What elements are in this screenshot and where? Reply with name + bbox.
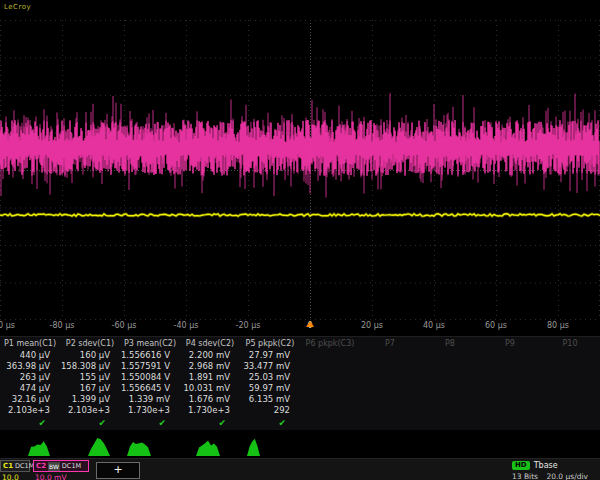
bottom-bar: C1 DC1M 10.0 mV C2 BW DC1M 10.0 mV + HD …	[0, 458, 600, 480]
time-axis-label: -80 µs	[50, 321, 75, 330]
meas-status-p4: ✔	[180, 416, 240, 430]
meas-value-r2-p5: 33.477 mV	[240, 361, 300, 372]
histicon-p1[interactable]	[28, 441, 50, 456]
channel-c1-descriptor[interactable]: C1 DC1M 10.0 mV	[0, 460, 30, 480]
timebase-scale: 20.0 µs/div	[546, 472, 588, 480]
meas-value-r4-p10	[540, 383, 600, 394]
meas-value-r1-p7	[360, 350, 420, 361]
meas-value-r4-p7	[360, 383, 420, 394]
meas-header-p6[interactable]: P6 pkpk(C3)	[300, 337, 360, 350]
histicon-p3[interactable]	[127, 442, 151, 456]
meas-value-r2-p9	[480, 361, 540, 372]
meas-status-p6	[300, 416, 360, 430]
meas-value-r5-p3: 1.339 mV	[120, 394, 180, 405]
measurement-table: P1 mean(C1)P2 sdev(C1)P3 mean(C2)P4 sdev…	[0, 336, 600, 430]
time-axis: -100 µs-80 µs-60 µs-40 µs-20 µs020 µs40 …	[0, 320, 600, 334]
meas-value-r5-p1: 32.16 µV	[0, 394, 60, 405]
meas-status-p10	[540, 416, 600, 430]
meas-value-r1-p5: 27.97 mV	[240, 350, 300, 361]
channel-c1-coupling: DC1M	[15, 462, 34, 471]
meas-value-r6-p5: 292	[240, 405, 300, 416]
histicon-strip	[0, 430, 600, 458]
time-axis-label: -20 µs	[236, 321, 261, 330]
oscilloscope-screen: LeCroy -100 µs-80 µs-60 µs-40 µs-20 µs02…	[0, 0, 600, 480]
meas-value-r6-p8	[420, 405, 480, 416]
meas-value-r2-p6	[300, 361, 360, 372]
meas-value-r5-p2: 1.399 µV	[60, 394, 120, 405]
time-axis-label: 20 µs	[361, 321, 383, 330]
hd-mode-badge: HD	[512, 461, 530, 470]
meas-value-r3-p5: 25.03 mV	[240, 372, 300, 383]
meas-value-r2-p4: 2.968 mV	[180, 361, 240, 372]
meas-value-r1-p9	[480, 350, 540, 361]
meas-value-r1-p6	[300, 350, 360, 361]
meas-value-r4-p6	[300, 383, 360, 394]
meas-value-r3-p8	[420, 372, 480, 383]
meas-value-r5-p10	[540, 394, 600, 405]
meas-value-r1-p10	[540, 350, 600, 361]
timebase-label: Tbase	[534, 461, 558, 470]
channel-c2-descriptor[interactable]: C2 BW DC1M 10.0 mV	[33, 460, 89, 480]
histicon-p2[interactable]	[88, 438, 110, 456]
meas-value-r5-p9	[480, 394, 540, 405]
meas-value-r4-p9	[480, 383, 540, 394]
bandwidth-limit-badge: BW	[48, 462, 60, 471]
time-axis-label: -100 µs	[0, 321, 15, 330]
meas-value-r6-p2: 2.103e+3	[60, 405, 120, 416]
timebase-bits: 13 Bits	[512, 472, 538, 480]
histicon-p4[interactable]	[196, 440, 220, 456]
meas-header-p4[interactable]: P4 sdev(C2)	[180, 337, 240, 350]
brand-label: LeCroy	[4, 3, 31, 11]
cursor-marker-box[interactable]: +	[96, 462, 140, 479]
meas-value-r5-p5: 6.135 mV	[240, 394, 300, 405]
waveform-display[interactable]	[0, 20, 600, 320]
meas-value-r6-p1: 2.103e+3	[0, 405, 60, 416]
meas-value-r2-p1: 363.98 µV	[0, 361, 60, 372]
channel-c2-coupling: DC1M	[62, 462, 81, 471]
time-axis-label: 80 µs	[547, 321, 569, 330]
trigger-time-marker[interactable]	[306, 321, 314, 327]
waveform-canvas[interactable]	[0, 20, 600, 320]
meas-value-r3-p4: 1.891 mV	[180, 372, 240, 383]
meas-value-r4-p5: 59.97 mV	[240, 383, 300, 394]
meas-status-p3: ✔	[120, 416, 180, 430]
channel-c2-tag: C2	[36, 462, 46, 471]
meas-value-r6-p7	[360, 405, 420, 416]
crosshair-icon: +	[113, 463, 122, 476]
time-axis-label: -40 µs	[174, 321, 199, 330]
channel-c1-tag: C1	[3, 462, 13, 471]
meas-value-r2-p10	[540, 361, 600, 372]
meas-header-p1[interactable]: P1 mean(C1)	[0, 337, 60, 350]
meas-value-r3-p10	[540, 372, 600, 383]
meas-header-p3[interactable]: P3 mean(C2)	[120, 337, 180, 350]
meas-value-r6-p3: 1.730e+3	[120, 405, 180, 416]
channel-c2-scale: 10.0 mV	[33, 473, 89, 480]
meas-value-r1-p2: 160 µV	[60, 350, 120, 361]
meas-value-r3-p9	[480, 372, 540, 383]
meas-status-p7	[360, 416, 420, 430]
histicon-p5[interactable]	[247, 439, 260, 456]
meas-value-r4-p2: 167 µV	[60, 383, 120, 394]
meas-header-p5[interactable]: P5 pkpk(C2)	[240, 337, 300, 350]
meas-header-p10[interactable]: P10	[540, 337, 600, 350]
timebase-descriptor[interactable]: HD Tbase 13 Bits 20.0 µs/div	[512, 461, 600, 480]
c2-trace[interactable]	[0, 120, 599, 176]
histicon-canvas[interactable]	[0, 430, 600, 458]
meas-header-p8[interactable]: P8	[420, 337, 480, 350]
meas-value-r1-p8	[420, 350, 480, 361]
meas-value-r5-p8	[420, 394, 480, 405]
meas-status-p5: ✔	[240, 416, 300, 430]
meas-header-p9[interactable]: P9	[480, 337, 540, 350]
meas-status-p9	[480, 416, 540, 430]
meas-value-r6-p4: 1.730e+3	[180, 405, 240, 416]
meas-value-r1-p4: 2.200 mV	[180, 350, 240, 361]
meas-value-r4-p4: 10.031 mV	[180, 383, 240, 394]
meas-value-r6-p10	[540, 405, 600, 416]
meas-value-r3-p6	[300, 372, 360, 383]
meas-status-p1: ✔	[0, 416, 60, 430]
meas-value-r3-p7	[360, 372, 420, 383]
meas-header-p2[interactable]: P2 sdev(C1)	[60, 337, 120, 350]
meas-value-r3-p1: 263 µV	[0, 372, 60, 383]
meas-header-p7[interactable]: P7	[360, 337, 420, 350]
meas-value-r3-p2: 155 µV	[60, 372, 120, 383]
